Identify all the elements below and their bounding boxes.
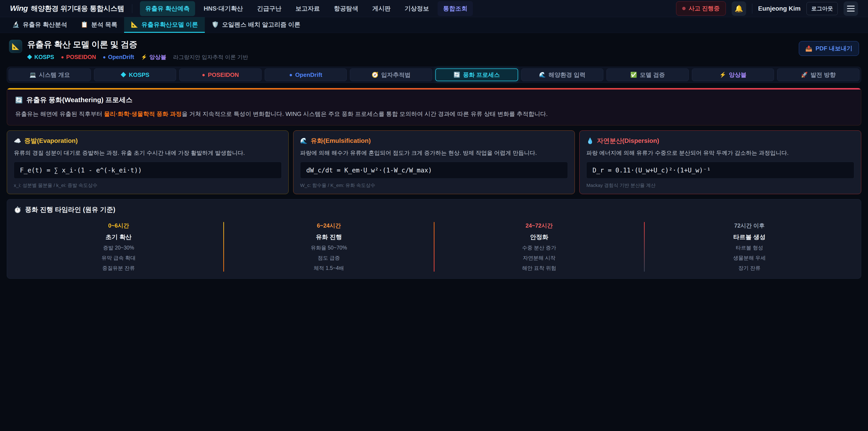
badge-poseidon: ● POSEIDON <box>61 54 96 60</box>
section-pill-ensemble[interactable]: ⚡ 앙상블 <box>692 68 774 81</box>
export-icon: 📤 <box>805 45 812 52</box>
section-pill-poseidon[interactable]: ● POSEIDON <box>179 68 261 81</box>
triangle-ruler-icon: 📐 <box>131 21 138 28</box>
pill-label: 발전 방향 <box>811 71 836 79</box>
tab-label: 오일펜스 배치 알고리즘 이론 <box>222 21 301 29</box>
microscope-icon: 🔬 <box>12 21 20 28</box>
weathering-title: 🔄 유출유 풍화(Weathering) 프로세스 <box>15 95 853 105</box>
nav-item-emergency-rescue[interactable]: 긴급구난 <box>252 1 287 16</box>
hamburger-icon <box>847 6 855 11</box>
card-title: 💧 자연분산(Dispersion) <box>586 136 854 145</box>
cycle-icon: 🔄 <box>454 72 460 78</box>
notification-button[interactable]: 🔔 <box>732 1 746 16</box>
badge-ensemble: ⚡ 앙상블 <box>141 53 166 61</box>
wing-logo-icon: Wing <box>10 4 28 13</box>
card-title-text: 자연분산(Dispersion) <box>597 136 659 145</box>
formula-note: x_i: 성분별 몰분율 / k_ei: 증발 속도상수 <box>14 182 282 188</box>
weathering-timeline-section: ⏱️ 풍화 진행 타임라인 (원유 기준) 0~6시간 초기 확산 증발 20~… <box>7 199 861 279</box>
card-dispersion: 💧 자연분산(Dispersion) 파랑 에너지에 의해 유류가 수중으로 분… <box>579 130 861 194</box>
section-pill-particle-tracking[interactable]: 🧭 입자추적법 <box>350 68 432 81</box>
nav-item-board[interactable]: 게시판 <box>367 1 396 16</box>
desc-pre: 유출유는 해면에 유출된 직후부터 <box>15 111 104 117</box>
section-pill-opendrift[interactable]: ● OpenDrift <box>265 68 347 81</box>
triangle-ruler-icon: 📐 <box>12 43 20 50</box>
tab-analysis-list[interactable]: 📋 분석 목록 <box>74 17 124 33</box>
dot-icon: ● <box>202 72 205 78</box>
diamond-icon: ◆ <box>27 54 32 61</box>
phase-item: 점도 급증 <box>318 254 340 261</box>
pill-label: OpenDrift <box>295 71 322 79</box>
desc-highlight: 물리·화학·생물학적 풍화 과정 <box>104 111 182 117</box>
weathering-description: 유출유는 해면에 유출된 직후부터 물리·화학·생물학적 풍화 과정을 거쳐 지… <box>15 110 853 118</box>
pdf-export-button[interactable]: 📤 PDF 내보내기 <box>799 41 859 56</box>
timeline-phase-emulsification: 6~24시간 유화 진행 유화율 50~70% 점도 급증 체적 1.5~4배 <box>224 222 434 272</box>
tab-oil-fence-algorithm-theory[interactable]: 🛡️ 오일펜스 배치 알고리즘 이론 <box>205 17 307 33</box>
menu-button[interactable] <box>844 1 858 16</box>
badge-label: POSEIDON <box>66 54 96 60</box>
desc-post: 을 거쳐 지속적으로 특성이 변화합니다. WING 시스템은 주요 풍화 프로… <box>182 111 548 117</box>
nav-item-reports[interactable]: 보고자료 <box>290 1 325 16</box>
nav-item-aerial-search[interactable]: 항공탐색 <box>329 1 364 16</box>
stopwatch-icon: ⏱️ <box>14 206 22 213</box>
dot-icon: ● <box>61 54 64 60</box>
bell-icon: 🔔 <box>735 4 743 12</box>
phase-item: 장기 잔류 <box>738 265 761 272</box>
header-texts: 유출유 확산 모델 이론 및 검증 ◆ KOSPS ● POSEIDON ● O… <box>27 39 248 61</box>
app-screen: Wing 해양환경 위기대응 통합시스템 유출유 확산예측 HNS·대기확산 긴… <box>0 0 868 431</box>
cloud-icon: ☁️ <box>14 137 21 145</box>
cycle-icon: 🔄 <box>15 96 23 104</box>
formula-evaporation: F_e(t) = ∑ x_i·(1 - e^(-k_ei·t)) <box>14 162 282 179</box>
shield-icon: 🛡️ <box>212 21 219 28</box>
formula-note: Mackay 경험식 기반 분산율 계산 <box>586 182 854 188</box>
section-pill-system-overview[interactable]: 💻 시스템 개요 <box>8 68 91 81</box>
timeline-title: ⏱️ 풍화 진행 타임라인 (원유 기준) <box>14 205 854 214</box>
badge-label: KOSPS <box>34 54 54 60</box>
phase-item: 체적 1.5~4배 <box>314 265 344 272</box>
section-pill-future-direction[interactable]: 🚀 발전 방향 <box>777 68 860 81</box>
formula-emulsification: dW_c/dt = K_em·U_w²·(1-W_c/W_max) <box>300 162 568 179</box>
card-emulsification: 🌊 유화(Emulsification) 파랑에 의해 해수가 유류에 혼입되어… <box>293 130 575 194</box>
nav-item-weather-info[interactable]: 기상정보 <box>399 1 434 16</box>
dot-icon: ● <box>289 72 292 78</box>
card-description: 유류의 경질 성분이 대기로 증발하는 과정. 유출 초기 수시간 내에 가장 … <box>14 149 282 157</box>
pill-label: POSEIDON <box>208 71 239 79</box>
phase-time: 24~72시간 <box>526 222 553 229</box>
pill-label: 해양환경 입력 <box>549 71 585 79</box>
phase-stage: 타르볼 생성 <box>733 233 766 241</box>
tab-spill-analysis[interactable]: 🔬 유출유 확산분석 <box>5 17 74 33</box>
logout-button[interactable]: 로그아웃 <box>807 2 838 15</box>
section-pill-weathering-process[interactable]: 🔄 풍화 프로세스 <box>435 68 518 81</box>
clipboard-icon: 📋 <box>81 21 88 28</box>
weathering-body: 🔄 유출유 풍화(Weathering) 프로세스 유출유는 해면에 유출된 직… <box>7 90 861 125</box>
timeline-phase-tarball: 72시간 이후 타르볼 생성 타르볼 형성 생물분해 우세 장기 잔류 <box>645 222 854 272</box>
nav-item-oil-spill-prediction[interactable]: 유출유 확산예측 <box>140 1 195 16</box>
page-icon-box: 📐 <box>9 40 22 53</box>
phase-stage: 유화 진행 <box>316 233 342 241</box>
section-pill-kosps[interactable]: ◆ KOSPS <box>94 68 176 81</box>
phase-item: 자연분해 시작 <box>523 254 555 261</box>
sub-tab-bar: 🔬 유출유 확산분석 📋 분석 목록 📐 유출유확산모델 이론 🛡️ 오일펜스 … <box>0 17 868 33</box>
compass-icon: 🧭 <box>372 72 378 78</box>
pill-label: 앙상블 <box>729 71 747 79</box>
phase-item: 해안 표착 위험 <box>522 265 556 272</box>
phase-item: 중질유분 잔류 <box>102 265 135 272</box>
formula-dispersion: D_r = 0.11·(U_w+U_c)²·(1+U_w)⁻¹ <box>586 162 854 179</box>
nav-item-integrated-search[interactable]: 통합조회 <box>438 1 473 16</box>
tab-label: 분석 목록 <box>91 21 117 29</box>
badge-kosps: ◆ KOSPS <box>27 54 54 61</box>
topbar-separator <box>752 4 752 13</box>
card-description: 파랑 에너지에 의해 유류가 수중으로 분산되어 유막 두께가 감소하는 과정입… <box>586 149 854 157</box>
app-title: 해양환경 위기대응 통합시스템 <box>31 4 124 13</box>
wave-icon: 🌊 <box>300 137 307 145</box>
lightning-icon: ⚡ <box>719 72 726 78</box>
section-pill-marine-env-input[interactable]: 🌊 해양환경 입력 <box>521 68 603 81</box>
section-pill-model-validation[interactable]: ✅ 모델 검증 <box>607 68 689 81</box>
tab-diffusion-model-theory[interactable]: 📐 유출유확산모델 이론 <box>124 17 205 33</box>
rocket-icon: 🚀 <box>801 72 808 78</box>
header-subtitle: 라그랑지안 입자추적 이론 기반 <box>173 54 248 61</box>
nav-item-hns-atmospheric[interactable]: HNS·대기확산 <box>198 1 248 16</box>
phase-item: 증발 20~30% <box>103 244 134 251</box>
badge-label: 앙상블 <box>149 53 166 61</box>
card-title: 🌊 유화(Emulsification) <box>300 136 568 145</box>
card-title-text: 증발(Evaporation) <box>24 136 78 145</box>
